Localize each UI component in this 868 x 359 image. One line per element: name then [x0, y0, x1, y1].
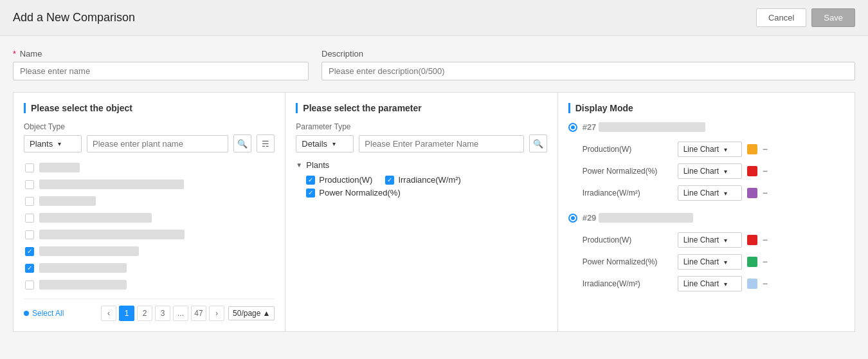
device-section: #29 ████████████████Production(W)Line Ch… [568, 213, 844, 295]
page-1-button[interactable]: 1 [119, 306, 134, 321]
display-param-row: Irradiance(W/m²)Line Chart▾− [568, 273, 844, 295]
param-type-value: Details [302, 139, 327, 149]
color-indicator [747, 144, 757, 154]
chart-chevron-icon: ▾ [724, 259, 727, 266]
chart-chevron-icon: ▾ [724, 146, 727, 153]
production-checkbox[interactable] [306, 176, 315, 185]
list-item: #27██████████████ [24, 244, 275, 259]
param-select-row: Details ▾ 🔍 [296, 134, 547, 152]
remove-param-button[interactable]: − [763, 257, 768, 267]
device-section: #27 ██████████████████Production(W)Line … [568, 122, 844, 204]
object-list: ████ ██████████████████████████#000█████… [24, 160, 275, 292]
display-param-label: Production(W) [583, 235, 673, 244]
display-panel: Display Mode #27 ██████████████████Produ… [558, 93, 854, 331]
required-star: * [13, 49, 16, 59]
power-normalized-checkbox[interactable] [306, 189, 315, 198]
item-checkbox[interactable] [25, 247, 34, 256]
page-nav: ‹ 1 2 3 ... 47 › [101, 306, 224, 321]
panels-container: Please select the object Object Type Pla… [13, 92, 855, 332]
group-chevron-icon: ▼ [296, 161, 302, 169]
search-icon-button[interactable]: 🔍 [233, 134, 251, 152]
irradiance-checkbox[interactable] [385, 176, 394, 185]
color-indicator [747, 257, 757, 267]
chart-type-select[interactable]: Line Chart▾ [678, 185, 742, 201]
param-group-name: Plants [306, 160, 329, 170]
remove-param-button[interactable]: − [763, 188, 768, 198]
param-search-icon-button[interactable]: 🔍 [529, 134, 547, 152]
pagination: Select All ‹ 1 2 3 ... 47 › 50/page ▲ [24, 299, 275, 321]
radio-button[interactable] [568, 123, 577, 132]
param-group-header: ▼ Plants [296, 160, 547, 170]
chart-type-select[interactable]: Line Chart▾ [678, 142, 742, 157]
object-type-value: Plants [30, 139, 53, 149]
object-panel: Please select the object Object Type Pla… [14, 93, 285, 331]
chart-type-select[interactable]: Line Chart▾ [678, 163, 742, 179]
remove-param-button[interactable]: − [763, 235, 768, 245]
remove-param-button[interactable]: − [763, 144, 768, 154]
chevron-down-icon: ▾ [58, 140, 61, 147]
param-chevron-icon: ▾ [332, 140, 336, 147]
plant-search-input[interactable] [87, 135, 228, 152]
param-production: Production(W) [306, 175, 372, 185]
display-panel-title: Display Mode [568, 103, 844, 113]
parameter-panel: Please select the parameter Parameter Ty… [285, 93, 557, 331]
item-checkbox[interactable] [25, 281, 34, 290]
select-all-dot [24, 311, 29, 316]
param-row-1: Production(W) Irradiance(W/m²) [306, 175, 547, 185]
display-param-label: Irradiance(W/m²) [583, 279, 673, 288]
cancel-button[interactable]: Cancel [756, 8, 806, 27]
filter-icon-button[interactable]: ☴ [257, 134, 275, 152]
remove-param-button[interactable]: − [763, 279, 768, 289]
page-2-button[interactable]: 2 [137, 306, 152, 321]
page-size-select[interactable]: 50/page ▲ [228, 306, 275, 320]
radio-button[interactable] [568, 214, 577, 223]
device-name: #29 ████████████████ [583, 213, 694, 223]
page-3-button[interactable]: 3 [155, 306, 170, 321]
device-header: #27 ██████████████████ [568, 122, 844, 132]
item-checkbox[interactable] [25, 264, 34, 273]
item-checkbox[interactable] [25, 214, 34, 223]
page-title: Add a New Comparison [13, 11, 135, 24]
chart-chevron-icon: ▾ [724, 168, 727, 175]
display-param-row: Power Normalized(%)Line Chart▾− [568, 160, 844, 182]
chart-type-select[interactable]: Line Chart▾ [678, 276, 742, 291]
display-param-row: Irradiance(W/m²)Line Chart▾− [568, 182, 844, 204]
param-search-input[interactable] [359, 135, 523, 152]
object-type-select[interactable]: Plants ▾ [24, 135, 82, 152]
power-normalized-label: Power Normalized(%) [319, 188, 400, 198]
display-param-label: Production(W) [583, 145, 673, 154]
color-indicator [747, 188, 757, 198]
remove-param-button[interactable]: − [763, 166, 768, 176]
chart-type-select[interactable]: Line Chart▾ [678, 254, 742, 270]
item-checkbox[interactable] [25, 230, 34, 239]
chart-type-select[interactable]: Line Chart▾ [678, 232, 742, 248]
page-47-button[interactable]: 47 [191, 306, 206, 321]
list-item: ████ ██ [24, 160, 275, 175]
select-all-label[interactable]: Select All [32, 309, 64, 318]
param-type-select[interactable]: Details ▾ [296, 135, 354, 152]
device-header: #29 ████████████████ [568, 213, 844, 223]
list-item: #31████████████ [24, 277, 275, 292]
list-item: #29████████████ [24, 261, 275, 275]
parameter-panel-title: Please select the parameter [296, 103, 547, 113]
item-label: #29████████████ [39, 263, 127, 273]
prev-page-button[interactable]: ‹ [101, 306, 116, 321]
save-button[interactable]: Save [811, 8, 855, 27]
list-item: #0█████████████████ [24, 210, 275, 225]
color-indicator [747, 279, 757, 289]
next-page-button[interactable]: › [209, 306, 224, 321]
display-param-row: Production(W)Line Chart▾− [568, 138, 844, 160]
display-param-row: Power Normalized(%)Line Chart▾− [568, 251, 844, 273]
main-content: * Name Description Please select the obj… [0, 36, 868, 338]
description-input[interactable] [321, 62, 855, 80]
name-input[interactable] [13, 62, 309, 80]
name-label: * Name [13, 49, 309, 59]
list-item: ████████████████████████ [24, 177, 275, 192]
description-label: Description [321, 49, 855, 59]
param-section: ▼ Plants Production(W) Irradiance(W/m²) [296, 160, 547, 198]
item-checkbox[interactable] [25, 163, 34, 172]
item-checkbox[interactable] [25, 197, 34, 206]
page-size-chevron: ▲ [262, 309, 270, 318]
page-ellipsis: ... [173, 306, 188, 321]
item-checkbox[interactable] [25, 180, 34, 189]
